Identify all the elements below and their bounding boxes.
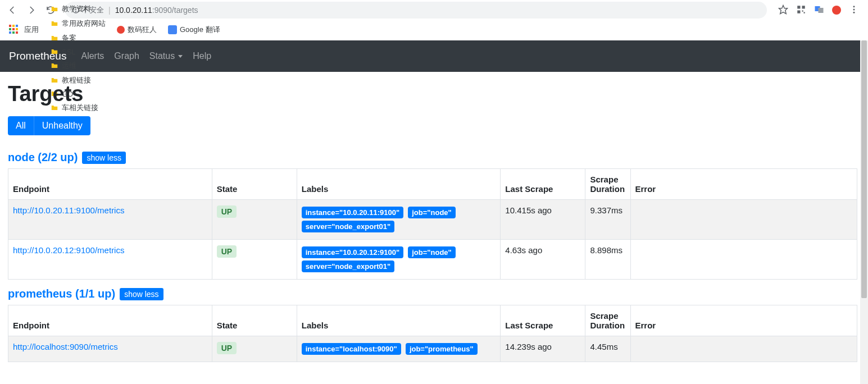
target-label-badge: instance="localhost:9090" [302, 343, 401, 355]
error-cell [630, 240, 857, 280]
table-row: http://10.0.20.12:9100/metricsUPinstance… [8, 240, 857, 280]
url-text: 10.0.20.11:9090/targets [115, 6, 198, 15]
error-cell [630, 336, 857, 362]
nav-alerts[interactable]: Alerts [81, 51, 104, 61]
filter-group: All Unhealthy [8, 116, 90, 135]
target-label-badge: server="node_export01" [302, 221, 394, 232]
svg-rect-5 [802, 6, 805, 8]
endpoint-link[interactable]: http://10.0.20.11:9100/metrics [13, 205, 124, 215]
kebab-menu-icon[interactable] [849, 4, 859, 16]
apps-shortcut[interactable]: 应用 [4, 22, 43, 37]
scrape-duration-cell: 8.898ms [585, 240, 630, 280]
svg-marker-3 [779, 5, 788, 13]
col-labels: Labels [297, 305, 501, 336]
address-bar[interactable]: 不安全 | 10.0.20.11:9090/targets [65, 2, 767, 19]
star-icon[interactable] [778, 4, 788, 16]
table-row: http://10.0.20.11:9100/metricsUPinstance… [8, 200, 857, 240]
show-less-button[interactable]: show less [82, 152, 125, 164]
col-scrape-duration: Scrape Duration [585, 305, 630, 336]
folder-icon [50, 62, 59, 70]
labels-cell: instance="localhost:9090" job="prometheu… [297, 336, 501, 362]
target-label-badge: server="node_export01" [302, 260, 394, 272]
svg-rect-7 [802, 10, 803, 11]
vertical-scrollbar[interactable] [860, 40, 868, 379]
last-scrape-cell: 10.415s ago [501, 200, 585, 240]
brand[interactable]: Prometheus [9, 50, 66, 62]
error-cell [630, 200, 857, 240]
endpoint-link[interactable]: http://10.0.20.12:9100/metrics [13, 245, 124, 255]
back-button[interactable] [4, 2, 20, 18]
show-less-button[interactable]: show less [120, 288, 163, 300]
state-badge: UP [217, 342, 237, 354]
col-state: State [212, 169, 297, 200]
targets-table: EndpointStateLabelsLast ScrapeScrape Dur… [8, 305, 857, 362]
nav-status[interactable]: Status [149, 51, 183, 61]
filter-all-button[interactable]: All [8, 116, 34, 135]
col-error: Error [630, 305, 857, 336]
labels-cell: instance="10.0.20.11:9100" job="node" se… [297, 200, 501, 240]
svg-point-11 [853, 6, 855, 7]
svg-point-13 [853, 11, 855, 13]
scrape-duration-cell: 4.45ms [585, 336, 630, 362]
state-badge: UP [217, 205, 237, 218]
page-title: Targets [8, 82, 857, 106]
target-label-badge: instance="10.0.20.12:9100" [302, 246, 403, 258]
filter-unhealthy-button[interactable]: Unhealthy [34, 116, 90, 135]
target-label-badge: instance="10.0.20.11:9100" [302, 207, 403, 218]
labels-cell: instance="10.0.20.12:9100" job="node" se… [297, 240, 501, 280]
target-label-badge: job="prometheus" [406, 343, 478, 355]
svg-rect-4 [797, 6, 800, 8]
target-label-badge: job="node" [408, 246, 455, 258]
apps-icon [9, 25, 19, 35]
table-row: http://localhost:9090/metricsUPinstance=… [8, 336, 857, 362]
svg-rect-8 [804, 12, 805, 13]
nav-graph[interactable]: Graph [114, 51, 139, 61]
bookmark-item[interactable]: 数码狂人 [112, 22, 161, 37]
nav-help[interactable]: Help [193, 51, 211, 61]
bookmark-item[interactable]: Google 翻译 [163, 22, 225, 37]
col-scrape-duration: Scrape Duration [585, 169, 630, 200]
col-endpoint: Endpoint [8, 305, 212, 336]
pool-title-link[interactable]: node (2/2 up) [8, 151, 78, 164]
chevron-down-icon [178, 55, 183, 58]
folder-icon [50, 20, 59, 28]
extension-icon[interactable] [832, 6, 841, 15]
translate-ext-icon[interactable] [814, 4, 824, 16]
folder-icon [50, 5, 59, 13]
forward-button[interactable] [24, 2, 39, 18]
col-last-scrape: Last Scrape [501, 169, 585, 200]
last-scrape-cell: 14.239s ago [501, 336, 585, 362]
state-badge: UP [217, 245, 237, 258]
svg-rect-10 [819, 8, 824, 13]
endpoint-link[interactable]: http://localhost:9090/metrics [13, 342, 118, 351]
col-last-scrape: Last Scrape [501, 305, 585, 336]
qr-icon[interactable] [796, 4, 806, 16]
col-state: State [212, 305, 297, 336]
pool-title-link[interactable]: prometheus (1/1 up) [8, 287, 115, 300]
targets-table: EndpointStateLabelsLast ScrapeScrape Dur… [8, 168, 857, 280]
folder-icon [50, 34, 59, 42]
target-label-badge: job="node" [408, 207, 455, 218]
app-navbar: Prometheus Alerts Graph Status Help [0, 40, 868, 72]
bookmark-item[interactable]: 备案 [46, 31, 110, 45]
bookmark-item[interactable]: 常用政府网站 [46, 16, 110, 31]
browser-chrome: 不安全 | 10.0.20.11:9090/targets [0, 0, 868, 40]
bookmark-item[interactable]: 教学资料 [46, 2, 110, 16]
bookmarks-bar: 应用 小工具铭宣集团Python前端教程教学资料常用政府网站备案SSL运维教程链… [0, 20, 868, 39]
col-endpoint: Endpoint [8, 169, 212, 200]
col-labels: Labels [297, 169, 501, 200]
col-error: Error [630, 169, 857, 200]
svg-point-12 [853, 8, 855, 10]
last-scrape-cell: 4.63s ago [501, 240, 585, 280]
svg-rect-6 [797, 10, 800, 13]
scrape-duration-cell: 9.337ms [585, 200, 630, 240]
